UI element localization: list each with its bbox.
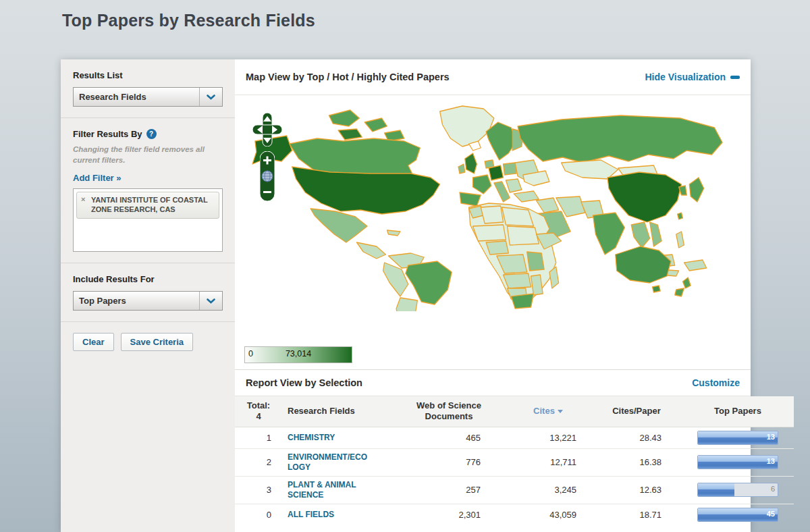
rank-cell: 0 (235, 504, 282, 525)
map-region-angola[interactable] (504, 273, 531, 288)
top-papers-bar: 6 (697, 483, 778, 497)
top-papers-bar: 45 (697, 508, 778, 522)
page-title: Top Papers by Research Fields (62, 11, 315, 30)
col-header-cites-per-paper: Cites/Paper (591, 396, 682, 427)
map-region-algeria[interactable] (481, 206, 503, 223)
cites-per-paper-cell: 12.63 (591, 476, 682, 504)
results-list-dropdown[interactable]: Research Fields (73, 87, 223, 107)
map-region-france[interactable] (473, 175, 491, 194)
field-link[interactable]: CHEMISTRY (288, 433, 335, 443)
map-region-iraq[interactable] (536, 198, 558, 213)
cites-cell: 3,245 (505, 476, 591, 504)
filter-section: Filter Results By ? Changing the filter … (61, 117, 235, 263)
map-region-germany[interactable] (489, 165, 504, 180)
map-region-spain[interactable] (460, 192, 481, 206)
hide-visualization-label: Hide Visualization (645, 72, 726, 82)
map-region-philippines[interactable] (676, 232, 684, 248)
map-region-russia[interactable] (518, 115, 722, 163)
top-papers-cell: 13 (682, 448, 794, 476)
cites-cell: 13,221 (505, 427, 591, 448)
world-choropleth-map[interactable] (251, 102, 726, 311)
map-region-taiwan[interactable] (678, 213, 683, 219)
map-region-ireland[interactable] (458, 164, 465, 174)
map-region-turkey[interactable] (514, 191, 539, 202)
map-region-nigeria[interactable] (486, 241, 508, 255)
field-link[interactable]: ENVIRONMENT/ECOLOGY (288, 452, 370, 473)
cites-cell: 43,059 (505, 504, 591, 525)
top-papers-bar: 13 (697, 455, 778, 469)
filter-heading: Filter Results By (73, 129, 142, 139)
map-region-new-zealand[interactable] (675, 288, 684, 296)
cites-per-paper-cell: 28.43 (591, 427, 682, 448)
legend-max-value: 73,014 (286, 349, 311, 358)
map-region-south-africa[interactable] (511, 294, 533, 309)
help-icon[interactable]: ? (146, 129, 157, 139)
top-papers-bar: 13 (697, 431, 778, 445)
map-section-header: Map View by Top / Hot / Highly Cited Pap… (235, 59, 751, 95)
rank-cell: 3 (235, 476, 282, 504)
table-row: 0 ALL FIELDS 2,301 43,059 18.71 45 (235, 504, 794, 525)
map-region-argentina-chile[interactable] (396, 298, 417, 311)
map-region-new-zealand[interactable] (682, 277, 691, 288)
map-region-sudan[interactable] (507, 226, 539, 245)
col-header-research-fields: Research Fields (282, 396, 393, 427)
map-area: 0 73,014 (235, 95, 751, 369)
report-section-header: Report View by Selection Customize (235, 369, 751, 396)
rank-cell: 1 (235, 427, 282, 448)
cites-per-paper-cell: 18.71 (591, 504, 682, 525)
map-region-poland[interactable] (504, 163, 517, 175)
table-row: 1 CHEMISTRY 465 13,221 28.43 13 (235, 427, 794, 448)
col-header-total: Total: 4 (235, 396, 282, 427)
map-color-legend: 0 73,014 (244, 346, 352, 363)
field-link[interactable]: ALL FIELDS (288, 510, 334, 520)
map-region-mexico[interactable] (310, 209, 367, 242)
content-area: Results List Research Fields Filter Resu… (61, 59, 751, 532)
map-region-arctic-island[interactable] (338, 129, 362, 140)
map-region-sahel[interactable] (473, 225, 506, 241)
map-region-central-america[interactable] (356, 242, 385, 259)
map-region-new-guinea[interactable] (684, 260, 706, 271)
results-list-heading: Results List (73, 70, 223, 80)
clear-button[interactable]: Clear (73, 333, 114, 351)
map-region-uk[interactable] (465, 153, 477, 174)
map-region-china[interactable] (608, 172, 682, 222)
collapse-minus-icon[interactable] (730, 76, 740, 79)
add-filter-link[interactable]: Add Filter » (73, 173, 122, 183)
top-papers-value: 13 (767, 433, 775, 441)
map-region-tasmania[interactable] (652, 286, 660, 292)
map-region-myanmar-thailand[interactable] (631, 222, 649, 248)
customize-link[interactable]: Customize (692, 377, 740, 388)
chevron-down-icon[interactable] (199, 292, 222, 310)
save-criteria-button[interactable]: Save Criteria (121, 333, 194, 351)
map-region-vietnam[interactable] (650, 222, 662, 246)
map-region-balkans[interactable] (506, 179, 521, 192)
include-results-dropdown[interactable]: Top Papers (73, 291, 223, 311)
filter-chip-list: × YANTAI INSTITUTE OF COASTAL ZONE RESEA… (73, 188, 223, 252)
map-controls (252, 113, 282, 201)
top-papers-value: 6 (771, 485, 775, 493)
map-region-south-korea[interactable] (679, 186, 687, 195)
map-region-japan[interactable] (689, 178, 704, 202)
chevron-down-icon[interactable] (199, 88, 222, 106)
field-link[interactable]: PLANT & ANIMAL SCIENCE (288, 480, 370, 500)
zoom-control[interactable] (260, 151, 275, 201)
map-region-cuba[interactable] (387, 230, 400, 236)
map-section-title: Map View by Top / Hot / Highly Cited Pap… (246, 72, 450, 82)
col-header-cites-sort[interactable]: Cites (505, 396, 591, 427)
filter-chip[interactable]: × YANTAI INSTITUTE OF COASTAL ZONE RESEA… (76, 192, 219, 219)
remove-filter-icon[interactable]: × (81, 194, 85, 204)
hide-visualization-link[interactable]: Hide Visualization (645, 72, 740, 82)
col-header-wos-documents: Web of Science Documents (393, 396, 505, 427)
report-table: Total: 4 Research Fields Web of Science … (235, 396, 794, 525)
pan-control[interactable] (252, 113, 282, 147)
map-region-india[interactable] (593, 213, 624, 255)
map-region-brazil[interactable] (406, 261, 452, 304)
map-region-arctic-island[interactable] (364, 118, 387, 132)
map-region-scandinavia[interactable] (486, 122, 516, 160)
map-region-arctic-island[interactable] (329, 110, 359, 126)
map-region-kazakhstan[interactable] (562, 160, 618, 179)
map-region-kenya-tanzania[interactable] (527, 252, 544, 271)
map-region-usa[interactable] (292, 167, 440, 214)
map-region-australia[interactable] (616, 246, 671, 283)
map-region-greenland[interactable] (440, 106, 494, 147)
